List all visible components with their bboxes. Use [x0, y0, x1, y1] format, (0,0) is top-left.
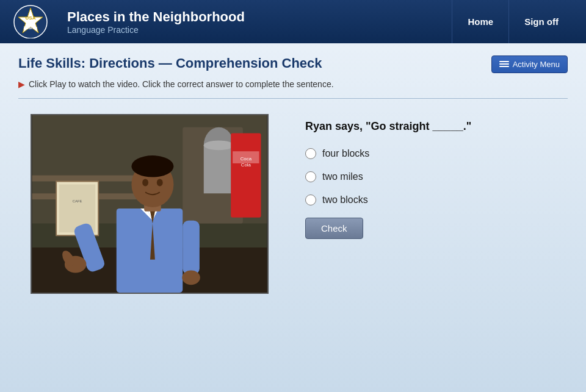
instruction: ▶ Click Play to watch the video. Click t… [18, 79, 568, 89]
video-thumbnail: Coca Cola CAFE [31, 114, 269, 294]
svg-text:USA: USA [26, 15, 36, 21]
quiz-area: Ryan says, "Go straight _____." four blo… [305, 114, 555, 239]
option-radio-2[interactable] [305, 171, 316, 182]
page-title: Life Skills: Directions — Comprehension … [18, 55, 322, 71]
header-nav: Home Sign off [452, 0, 574, 43]
option-radio-1[interactable] [305, 148, 316, 159]
play-arrow-icon: ▶ [18, 79, 25, 89]
video-container[interactable]: Coca Cola CAFE [31, 114, 269, 294]
activity-menu-label: Activity Menu [513, 60, 560, 69]
header: USA Learns Places in the Neighborhood La… [0, 0, 586, 43]
logo-area: USA Learns [12, 5, 49, 38]
option-label-1[interactable]: four blocks [322, 148, 369, 159]
sign-off-button[interactable]: Sign off [508, 0, 574, 43]
content: Life Skills: Directions — Comprehension … [0, 43, 586, 392]
home-button[interactable]: Home [452, 0, 508, 43]
svg-rect-20 [117, 208, 183, 293]
menu-icon [499, 61, 509, 68]
option-radio-3[interactable] [305, 194, 316, 205]
exercise-area: Coca Cola CAFE [18, 114, 568, 294]
svg-text:CAFE: CAFE [73, 199, 82, 203]
option-label-3[interactable]: two blocks [322, 194, 368, 205]
svg-point-34 [182, 271, 200, 285]
usa-learns-logo: USA Learns [12, 5, 49, 38]
check-button[interactable]: Check [305, 218, 363, 239]
activity-menu-button[interactable]: Activity Menu [491, 55, 568, 73]
header-titles: Places in the Neighborhood Language Prac… [67, 9, 452, 35]
svg-rect-10 [231, 134, 261, 218]
svg-text:Learns: Learns [24, 26, 38, 30]
header-title: Places in the Neighborhood [67, 9, 452, 25]
svg-text:Cola: Cola [241, 162, 251, 168]
svg-point-29 [131, 155, 173, 177]
option-item[interactable]: two blocks [305, 194, 555, 205]
svg-rect-8 [204, 145, 234, 193]
option-label-2[interactable]: two miles [322, 171, 363, 182]
header-subtitle: Language Practice [67, 25, 452, 35]
option-item[interactable]: two miles [305, 171, 555, 182]
svg-rect-33 [183, 221, 200, 275]
option-item[interactable]: four blocks [305, 148, 555, 159]
title-bar: Life Skills: Directions — Comprehension … [18, 55, 568, 73]
video-scene: Coca Cola CAFE [32, 115, 267, 293]
svg-point-28 [157, 179, 163, 187]
svg-point-27 [142, 179, 148, 187]
svg-text:Coca: Coca [241, 156, 252, 162]
svg-point-9 [204, 140, 234, 150]
instruction-text: Click Play to watch the video. Click the… [29, 79, 334, 89]
divider [18, 98, 568, 99]
question-text: Ryan says, "Go straight _____." [305, 120, 555, 133]
